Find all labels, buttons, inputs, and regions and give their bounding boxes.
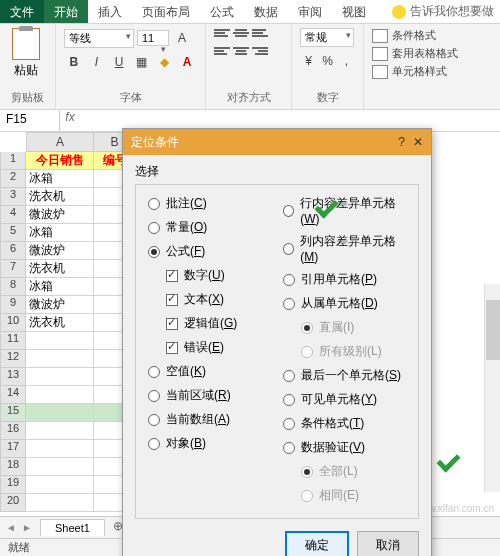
row-header-5[interactable]: 5 bbox=[0, 224, 26, 242]
row-header-11[interactable]: 11 bbox=[0, 332, 26, 350]
table-format-button[interactable]: 套用表格格式 bbox=[372, 46, 492, 61]
cell[interactable]: 微波炉 bbox=[26, 206, 94, 224]
fx-icon[interactable]: fx bbox=[60, 110, 80, 131]
cell[interactable]: 洗衣机 bbox=[26, 260, 94, 278]
opt-validation[interactable]: 数据验证(V) bbox=[283, 439, 406, 456]
cell-style-button[interactable]: 单元格样式 bbox=[372, 64, 492, 79]
row-header-12[interactable]: 12 bbox=[0, 350, 26, 368]
row-header-17[interactable]: 17 bbox=[0, 440, 26, 458]
row-header-7[interactable]: 7 bbox=[0, 260, 26, 278]
chk-errors[interactable]: 错误(E) bbox=[166, 339, 271, 356]
opt-objects[interactable]: 对象(B) bbox=[148, 435, 271, 452]
tab-home[interactable]: 开始 bbox=[44, 0, 88, 23]
tell-me[interactable]: 告诉我你想要做 bbox=[386, 0, 500, 23]
help-icon[interactable]: ? bbox=[398, 135, 405, 149]
sheet-tab-1[interactable]: Sheet1 bbox=[40, 519, 105, 536]
cell[interactable]: 洗衣机 bbox=[26, 188, 94, 206]
chk-numbers[interactable]: 数字(U) bbox=[166, 267, 271, 284]
tab-insert[interactable]: 插入 bbox=[88, 0, 132, 23]
opt-blanks[interactable]: 空值(K) bbox=[148, 363, 271, 380]
cell[interactable]: 微波炉 bbox=[26, 242, 94, 260]
comma-button[interactable]: , bbox=[338, 51, 355, 71]
align-left-icon[interactable] bbox=[214, 46, 230, 60]
fill-color-button[interactable]: ◆ bbox=[155, 52, 175, 72]
row-header-9[interactable]: 9 bbox=[0, 296, 26, 314]
cell[interactable] bbox=[26, 350, 94, 368]
chk-logicals[interactable]: 逻辑值(G) bbox=[166, 315, 271, 332]
underline-button[interactable]: U bbox=[109, 52, 129, 72]
align-center-icon[interactable] bbox=[233, 46, 249, 60]
row-header-4[interactable]: 4 bbox=[0, 206, 26, 224]
row-header-1[interactable]: 1 bbox=[0, 152, 26, 170]
opt-row-diff[interactable]: 行内容差异单元格(W) bbox=[283, 195, 406, 226]
row-header-20[interactable]: 20 bbox=[0, 494, 26, 512]
cell[interactable] bbox=[26, 458, 94, 476]
vertical-scrollbar[interactable] bbox=[484, 284, 500, 492]
cell[interactable]: 冰箱 bbox=[26, 278, 94, 296]
cell[interactable]: 今日销售 bbox=[26, 152, 94, 170]
percent-button[interactable]: % bbox=[319, 51, 336, 71]
cell[interactable] bbox=[26, 494, 94, 512]
tab-file[interactable]: 文件 bbox=[0, 0, 44, 23]
cell[interactable] bbox=[26, 422, 94, 440]
row-header-14[interactable]: 14 bbox=[0, 386, 26, 404]
scroll-thumb[interactable] bbox=[486, 300, 500, 360]
cell[interactable]: 冰箱 bbox=[26, 170, 94, 188]
row-header-8[interactable]: 8 bbox=[0, 278, 26, 296]
row-header-6[interactable]: 6 bbox=[0, 242, 26, 260]
cell[interactable] bbox=[26, 368, 94, 386]
cell[interactable] bbox=[26, 476, 94, 494]
opt-constants[interactable]: 常量(O) bbox=[148, 219, 271, 236]
font-size-combo[interactable]: 11 bbox=[137, 30, 169, 46]
close-icon[interactable]: ✕ bbox=[413, 135, 423, 149]
align-middle-icon[interactable] bbox=[233, 28, 249, 42]
opt-col-diff[interactable]: 列内容差异单元格(M) bbox=[283, 233, 406, 264]
col-header-A[interactable]: A bbox=[26, 132, 94, 152]
align-right-icon[interactable] bbox=[252, 46, 268, 60]
opt-visible[interactable]: 可见单元格(Y) bbox=[283, 391, 406, 408]
font-color-button[interactable]: A bbox=[177, 52, 197, 72]
currency-button[interactable]: ¥ bbox=[300, 51, 317, 71]
opt-precedents[interactable]: 引用单元格(P) bbox=[283, 271, 406, 288]
conditional-format-button[interactable]: 条件格式 bbox=[372, 28, 492, 43]
chk-text[interactable]: 文本(X) bbox=[166, 291, 271, 308]
cancel-button[interactable]: 取消 bbox=[357, 531, 419, 556]
tab-formulas[interactable]: 公式 bbox=[200, 0, 244, 23]
tab-data[interactable]: 数据 bbox=[244, 0, 288, 23]
italic-button[interactable]: I bbox=[87, 52, 107, 72]
cell[interactable]: 微波炉 bbox=[26, 296, 94, 314]
row-header-19[interactable]: 19 bbox=[0, 476, 26, 494]
name-box[interactable]: F15 bbox=[0, 110, 60, 131]
ok-button[interactable]: 确定 bbox=[285, 531, 349, 556]
border-button[interactable]: ▦ bbox=[132, 52, 152, 72]
opt-comments[interactable]: 批注(C) bbox=[148, 195, 271, 212]
tab-view[interactable]: 视图 bbox=[332, 0, 376, 23]
sheet-nav[interactable]: ◄► bbox=[6, 522, 32, 533]
cell[interactable] bbox=[26, 440, 94, 458]
row-header-18[interactable]: 18 bbox=[0, 458, 26, 476]
row-header-3[interactable]: 3 bbox=[0, 188, 26, 206]
font-name-combo[interactable]: 等线 bbox=[64, 29, 134, 48]
opt-formulas[interactable]: 公式(F) bbox=[148, 243, 271, 260]
number-format-combo[interactable]: 常规 bbox=[300, 28, 354, 47]
tab-layout[interactable]: 页面布局 bbox=[132, 0, 200, 23]
paste-button[interactable]: 粘贴 bbox=[8, 28, 44, 79]
cell[interactable]: 洗衣机 bbox=[26, 314, 94, 332]
opt-current-region[interactable]: 当前区域(R) bbox=[148, 387, 271, 404]
dialog-titlebar[interactable]: 定位条件 ? ✕ bbox=[123, 129, 431, 155]
row-header-13[interactable]: 13 bbox=[0, 368, 26, 386]
cell[interactable] bbox=[26, 386, 94, 404]
tab-review[interactable]: 审阅 bbox=[288, 0, 332, 23]
align-bottom-icon[interactable] bbox=[252, 28, 268, 42]
align-top-icon[interactable] bbox=[214, 28, 230, 42]
opt-dependents[interactable]: 从属单元格(D) bbox=[283, 295, 406, 312]
bold-button[interactable]: B bbox=[64, 52, 84, 72]
row-header-10[interactable]: 10 bbox=[0, 314, 26, 332]
opt-last-cell[interactable]: 最后一个单元格(S) bbox=[283, 367, 406, 384]
row-header-2[interactable]: 2 bbox=[0, 170, 26, 188]
opt-current-array[interactable]: 当前数组(A) bbox=[148, 411, 271, 428]
increase-font-icon[interactable]: A bbox=[172, 28, 192, 48]
row-header-15[interactable]: 15 bbox=[0, 404, 26, 422]
opt-cond-format[interactable]: 条件格式(T) bbox=[283, 415, 406, 432]
cell[interactable] bbox=[26, 332, 94, 350]
